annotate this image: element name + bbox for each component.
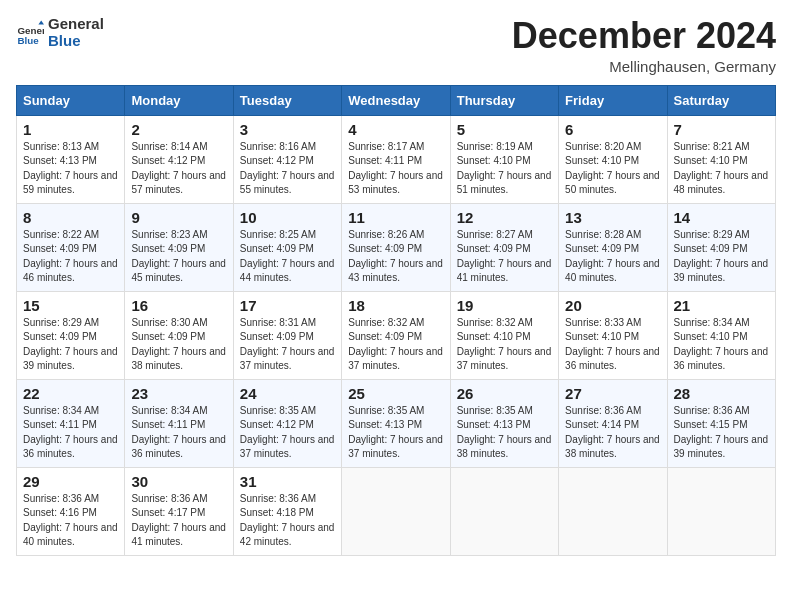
calendar-cell: 6 Sunrise: 8:20 AMSunset: 4:10 PMDayligh… [559,115,667,203]
day-number: 19 [457,297,552,314]
calendar-cell: 10 Sunrise: 8:25 AMSunset: 4:09 PMDaylig… [233,203,341,291]
calendar-cell: 25 Sunrise: 8:35 AMSunset: 4:13 PMDaylig… [342,379,450,467]
logo-general: General [48,16,104,33]
cell-text: Sunrise: 8:13 AMSunset: 4:13 PMDaylight:… [23,141,118,196]
calendar-cell: 5 Sunrise: 8:19 AMSunset: 4:10 PMDayligh… [450,115,558,203]
day-number: 28 [674,385,769,402]
cell-text: Sunrise: 8:35 AMSunset: 4:13 PMDaylight:… [348,405,443,460]
calendar-cell [667,467,775,555]
calendar-cell [342,467,450,555]
day-number: 8 [23,209,118,226]
cell-text: Sunrise: 8:32 AMSunset: 4:09 PMDaylight:… [348,317,443,372]
calendar-cell [450,467,558,555]
day-number: 9 [131,209,226,226]
calendar-cell: 1 Sunrise: 8:13 AMSunset: 4:13 PMDayligh… [17,115,125,203]
day-number: 16 [131,297,226,314]
day-number: 26 [457,385,552,402]
cell-text: Sunrise: 8:26 AMSunset: 4:09 PMDaylight:… [348,229,443,284]
calendar-cell: 2 Sunrise: 8:14 AMSunset: 4:12 PMDayligh… [125,115,233,203]
cell-text: Sunrise: 8:34 AMSunset: 4:11 PMDaylight:… [23,405,118,460]
logo: General Blue General Blue [16,16,104,49]
day-number: 11 [348,209,443,226]
weekday-header-saturday: Saturday [667,85,775,115]
day-number: 30 [131,473,226,490]
cell-text: Sunrise: 8:30 AMSunset: 4:09 PMDaylight:… [131,317,226,372]
weekday-header-row: SundayMondayTuesdayWednesdayThursdayFrid… [17,85,776,115]
calendar-cell: 8 Sunrise: 8:22 AMSunset: 4:09 PMDayligh… [17,203,125,291]
cell-text: Sunrise: 8:29 AMSunset: 4:09 PMDaylight:… [23,317,118,372]
calendar-cell: 15 Sunrise: 8:29 AMSunset: 4:09 PMDaylig… [17,291,125,379]
calendar-cell: 11 Sunrise: 8:26 AMSunset: 4:09 PMDaylig… [342,203,450,291]
month-title: December 2024 [512,16,776,56]
day-number: 7 [674,121,769,138]
location-subtitle: Mellinghausen, Germany [512,58,776,75]
calendar-cell: 17 Sunrise: 8:31 AMSunset: 4:09 PMDaylig… [233,291,341,379]
svg-marker-2 [38,20,44,24]
day-number: 18 [348,297,443,314]
day-number: 20 [565,297,660,314]
day-number: 22 [23,385,118,402]
day-number: 25 [348,385,443,402]
cell-text: Sunrise: 8:36 AMSunset: 4:18 PMDaylight:… [240,493,335,548]
cell-text: Sunrise: 8:16 AMSunset: 4:12 PMDaylight:… [240,141,335,196]
day-number: 13 [565,209,660,226]
cell-text: Sunrise: 8:19 AMSunset: 4:10 PMDaylight:… [457,141,552,196]
day-number: 31 [240,473,335,490]
cell-text: Sunrise: 8:22 AMSunset: 4:09 PMDaylight:… [23,229,118,284]
cell-text: Sunrise: 8:27 AMSunset: 4:09 PMDaylight:… [457,229,552,284]
weekday-header-tuesday: Tuesday [233,85,341,115]
cell-text: Sunrise: 8:29 AMSunset: 4:09 PMDaylight:… [674,229,769,284]
day-number: 15 [23,297,118,314]
day-number: 24 [240,385,335,402]
cell-text: Sunrise: 8:21 AMSunset: 4:10 PMDaylight:… [674,141,769,196]
day-number: 1 [23,121,118,138]
calendar-week-2: 8 Sunrise: 8:22 AMSunset: 4:09 PMDayligh… [17,203,776,291]
calendar-table: SundayMondayTuesdayWednesdayThursdayFrid… [16,85,776,556]
calendar-cell: 26 Sunrise: 8:35 AMSunset: 4:13 PMDaylig… [450,379,558,467]
day-number: 6 [565,121,660,138]
weekday-header-wednesday: Wednesday [342,85,450,115]
calendar-week-5: 29 Sunrise: 8:36 AMSunset: 4:16 PMDaylig… [17,467,776,555]
calendar-cell: 7 Sunrise: 8:21 AMSunset: 4:10 PMDayligh… [667,115,775,203]
cell-text: Sunrise: 8:34 AMSunset: 4:10 PMDaylight:… [674,317,769,372]
day-number: 21 [674,297,769,314]
cell-text: Sunrise: 8:17 AMSunset: 4:11 PMDaylight:… [348,141,443,196]
calendar-week-4: 22 Sunrise: 8:34 AMSunset: 4:11 PMDaylig… [17,379,776,467]
day-number: 2 [131,121,226,138]
cell-text: Sunrise: 8:34 AMSunset: 4:11 PMDaylight:… [131,405,226,460]
calendar-cell: 29 Sunrise: 8:36 AMSunset: 4:16 PMDaylig… [17,467,125,555]
weekday-header-monday: Monday [125,85,233,115]
calendar-cell: 23 Sunrise: 8:34 AMSunset: 4:11 PMDaylig… [125,379,233,467]
logo-blue: Blue [48,33,104,50]
cell-text: Sunrise: 8:23 AMSunset: 4:09 PMDaylight:… [131,229,226,284]
cell-text: Sunrise: 8:36 AMSunset: 4:14 PMDaylight:… [565,405,660,460]
calendar-cell: 19 Sunrise: 8:32 AMSunset: 4:10 PMDaylig… [450,291,558,379]
cell-text: Sunrise: 8:31 AMSunset: 4:09 PMDaylight:… [240,317,335,372]
calendar-cell: 13 Sunrise: 8:28 AMSunset: 4:09 PMDaylig… [559,203,667,291]
day-number: 23 [131,385,226,402]
calendar-cell: 28 Sunrise: 8:36 AMSunset: 4:15 PMDaylig… [667,379,775,467]
day-number: 27 [565,385,660,402]
calendar-cell: 12 Sunrise: 8:27 AMSunset: 4:09 PMDaylig… [450,203,558,291]
cell-text: Sunrise: 8:25 AMSunset: 4:09 PMDaylight:… [240,229,335,284]
calendar-cell: 21 Sunrise: 8:34 AMSunset: 4:10 PMDaylig… [667,291,775,379]
day-number: 4 [348,121,443,138]
weekday-header-friday: Friday [559,85,667,115]
day-number: 10 [240,209,335,226]
calendar-cell: 9 Sunrise: 8:23 AMSunset: 4:09 PMDayligh… [125,203,233,291]
calendar-cell: 24 Sunrise: 8:35 AMSunset: 4:12 PMDaylig… [233,379,341,467]
calendar-cell: 30 Sunrise: 8:36 AMSunset: 4:17 PMDaylig… [125,467,233,555]
title-block: December 2024 Mellinghausen, Germany [512,16,776,75]
page-header: General Blue General Blue December 2024 … [16,16,776,75]
svg-text:Blue: Blue [17,35,39,46]
calendar-cell: 22 Sunrise: 8:34 AMSunset: 4:11 PMDaylig… [17,379,125,467]
cell-text: Sunrise: 8:35 AMSunset: 4:12 PMDaylight:… [240,405,335,460]
calendar-week-3: 15 Sunrise: 8:29 AMSunset: 4:09 PMDaylig… [17,291,776,379]
calendar-cell: 31 Sunrise: 8:36 AMSunset: 4:18 PMDaylig… [233,467,341,555]
calendar-cell: 20 Sunrise: 8:33 AMSunset: 4:10 PMDaylig… [559,291,667,379]
day-number: 3 [240,121,335,138]
cell-text: Sunrise: 8:14 AMSunset: 4:12 PMDaylight:… [131,141,226,196]
weekday-header-sunday: Sunday [17,85,125,115]
day-number: 17 [240,297,335,314]
day-number: 12 [457,209,552,226]
